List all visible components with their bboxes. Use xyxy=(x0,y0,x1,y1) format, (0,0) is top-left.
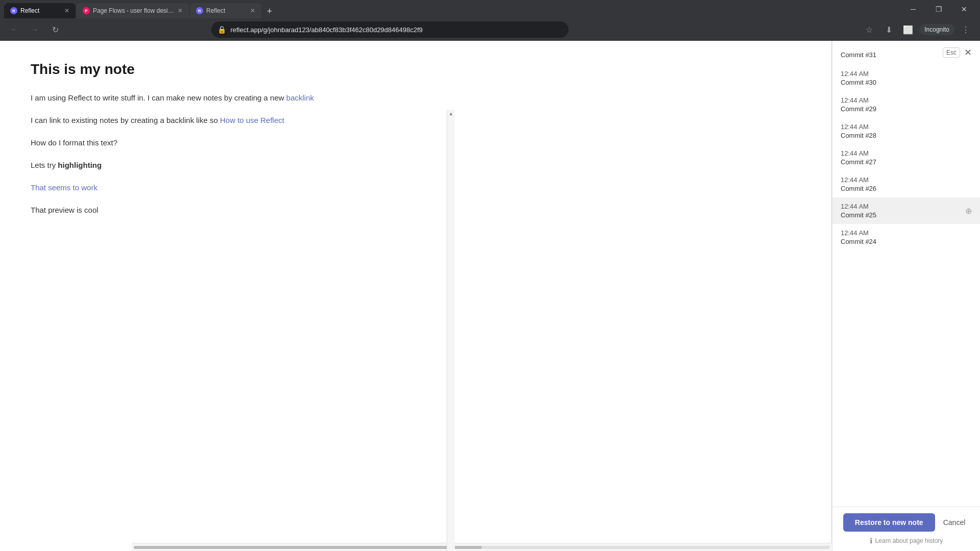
history-item-28[interactable]: 12:44 AM Commit #28 ⊕ xyxy=(832,118,980,144)
esc-button[interactable]: Esc xyxy=(943,47,960,58)
bookmark-button[interactable]: ☆ xyxy=(861,21,877,38)
history-item-24[interactable]: 12:44 AM Commit #24 ⊕ xyxy=(832,224,980,251)
history-item-info-28: 12:44 AM Commit #28 xyxy=(841,123,876,139)
h-scroll-track xyxy=(134,546,830,549)
note-paragraph-5: That seems to work xyxy=(31,182,801,194)
history-item-info-top: Commit #31 xyxy=(841,51,876,59)
info-icon: ℹ xyxy=(870,537,872,545)
tab-label-1: Reflect xyxy=(20,7,61,14)
history-time-29: 12:44 AM xyxy=(841,96,876,104)
history-item-25[interactable]: 12:44 AM Commit #25 ⊕ xyxy=(832,197,980,224)
note-paragraph-6: That preview is cool xyxy=(31,204,801,216)
minimize-button[interactable]: ─ xyxy=(901,2,925,17)
history-item-26[interactable]: 12:44 AM Commit #26 ⊕ xyxy=(832,171,980,197)
overlay-controls: Esc ✕ xyxy=(943,47,972,58)
pageflows-favicon: P xyxy=(83,7,90,14)
that-seems-to-work-link[interactable]: That seems to work xyxy=(31,183,97,192)
browser-titlebar: R Reflect ✕ P Page Flows - user flow des… xyxy=(0,0,980,18)
note-title: This is my note xyxy=(31,61,801,78)
note-text-6: That preview is cool xyxy=(31,206,99,214)
tab-pageflows[interactable]: P Page Flows - user flow design ... ✕ xyxy=(77,3,189,18)
extensions-button[interactable]: ⬜ xyxy=(900,21,916,38)
history-item-info-27: 12:44 AM Commit #27 xyxy=(841,149,876,166)
tab-close-2[interactable]: ✕ xyxy=(178,7,183,14)
history-list[interactable]: Commit #31 12:44 AM Commit #30 ⊕ xyxy=(832,41,980,507)
browser-toolbar: ← → ↻ 🔒 reflect.app/g/johnbarad123/ab840… xyxy=(0,18,980,41)
cancel-button[interactable]: Cancel xyxy=(939,516,970,529)
scroll-up-arrow[interactable]: ▲ xyxy=(449,111,454,116)
tab-reflect-3[interactable]: R Reflect ✕ xyxy=(190,3,261,18)
history-commit-27: Commit #27 xyxy=(841,158,876,166)
overlay-close-button[interactable]: ✕ xyxy=(964,47,972,58)
browser-content: Esc ✕ This is my note I am using Reflect… xyxy=(0,41,980,551)
history-time-24: 12:44 AM xyxy=(841,229,876,237)
history-commit-top: Commit #31 xyxy=(841,51,876,59)
new-tab-button[interactable]: + xyxy=(262,4,277,18)
tab-reflect-1[interactable]: R Reflect ✕ xyxy=(4,3,76,18)
horizontal-scrollbar[interactable] xyxy=(132,543,832,551)
history-commit-26: Commit #26 xyxy=(841,185,876,192)
note-area: This is my note I am using Reflect to wr… xyxy=(0,41,832,551)
note-text-4a: Lets try xyxy=(31,161,58,169)
history-item-29[interactable]: 12:44 AM Commit #29 ⊕ xyxy=(832,91,980,118)
window-controls: ─ ❐ ✕ xyxy=(901,2,976,17)
forward-button[interactable]: → xyxy=(27,21,43,38)
history-item-info-25: 12:44 AM Commit #25 xyxy=(841,203,876,219)
history-restore-icon-25: ⊕ xyxy=(965,206,972,216)
history-footer: Restore to new note Cancel ℹ Learn about… xyxy=(832,507,980,551)
history-item-info-26: 12:44 AM Commit #26 xyxy=(841,176,876,192)
reflect-favicon-1: R xyxy=(10,7,17,14)
reload-button[interactable]: ↻ xyxy=(47,21,63,38)
history-time-26: 12:44 AM xyxy=(841,176,876,184)
note-paragraph-3: How do I format this text? xyxy=(31,137,801,149)
history-commit-28: Commit #28 xyxy=(841,132,876,139)
history-commit-24: Commit #24 xyxy=(841,238,876,245)
how-to-use-reflect-link[interactable]: How to use Reflect xyxy=(220,116,284,124)
tab-label-3: Reflect xyxy=(206,7,247,14)
note-paragraph-4: Lets try highlighting xyxy=(31,159,801,171)
footer-action-row: Restore to new note Cancel xyxy=(843,513,970,532)
toolbar-actions: ☆ ⬇ ⬜ Incognito ⋮ xyxy=(861,21,974,38)
history-time-27: 12:44 AM xyxy=(841,149,876,157)
tab-label-2: Page Flows - user flow design ... xyxy=(93,7,175,14)
history-item-30[interactable]: 12:44 AM Commit #30 ⊕ xyxy=(832,65,980,91)
history-item-info-24: 12:44 AM Commit #24 xyxy=(841,229,876,245)
backlink-link[interactable]: backlink xyxy=(286,93,314,102)
lock-icon: 🔒 xyxy=(217,26,226,34)
history-time-28: 12:44 AM xyxy=(841,123,876,131)
history-commit-29: Commit #29 xyxy=(841,105,876,113)
close-window-button[interactable]: ✕ xyxy=(952,2,976,17)
content-layout: This is my note I am using Reflect to wr… xyxy=(0,41,980,551)
reflect-favicon-3: R xyxy=(196,7,203,14)
tab-strip: R Reflect ✕ P Page Flows - user flow des… xyxy=(4,0,895,18)
history-time-25: 12:44 AM xyxy=(841,203,876,210)
note-paragraph-2: I can link to existing notes by creating… xyxy=(31,114,801,127)
browser-frame: R Reflect ✕ P Page Flows - user flow des… xyxy=(0,0,980,551)
tab-close-3[interactable]: ✕ xyxy=(250,7,255,14)
learn-link-text: Learn about page history xyxy=(875,537,943,544)
history-commit-30: Commit #30 xyxy=(841,79,876,86)
note-text-2a: I can link to existing notes by creating… xyxy=(31,116,220,124)
history-item-info-29: 12:44 AM Commit #29 xyxy=(841,96,876,113)
note-vertical-scrollbar[interactable]: ▲ ▼ xyxy=(447,110,455,551)
download-button[interactable]: ⬇ xyxy=(880,21,897,38)
note-paragraph-1: I am using Reflect to write stuff in. I … xyxy=(31,92,801,104)
learn-link[interactable]: ℹ Learn about page history xyxy=(870,537,943,545)
history-item-info-30: 12:44 AM Commit #30 xyxy=(841,70,876,86)
restore-button[interactable]: Restore to new note xyxy=(843,513,935,532)
maximize-button[interactable]: ❐ xyxy=(927,2,950,17)
history-commit-25: Commit #25 xyxy=(841,211,876,219)
h-scroll-thumb[interactable] xyxy=(134,546,482,549)
back-button[interactable]: ← xyxy=(6,21,22,38)
history-item-27[interactable]: 12:44 AM Commit #27 ⊕ xyxy=(832,144,980,171)
note-text-1a: I am using Reflect to write stuff in. I … xyxy=(31,93,286,102)
tab-close-1[interactable]: ✕ xyxy=(64,7,69,14)
note-bold-highlighting: highlighting xyxy=(58,161,102,169)
incognito-badge: Incognito xyxy=(919,24,954,35)
history-panel: Commit #31 12:44 AM Commit #30 ⊕ xyxy=(832,41,980,551)
address-bar[interactable]: 🔒 reflect.app/g/johnbarad123/ab840cf83b3… xyxy=(211,21,569,38)
menu-button[interactable]: ⋮ xyxy=(958,21,974,38)
url-display: reflect.app/g/johnbarad123/ab840cf83b3f4… xyxy=(230,26,562,34)
history-time-30: 12:44 AM xyxy=(841,70,876,78)
note-text-3: How do I format this text? xyxy=(31,138,117,147)
